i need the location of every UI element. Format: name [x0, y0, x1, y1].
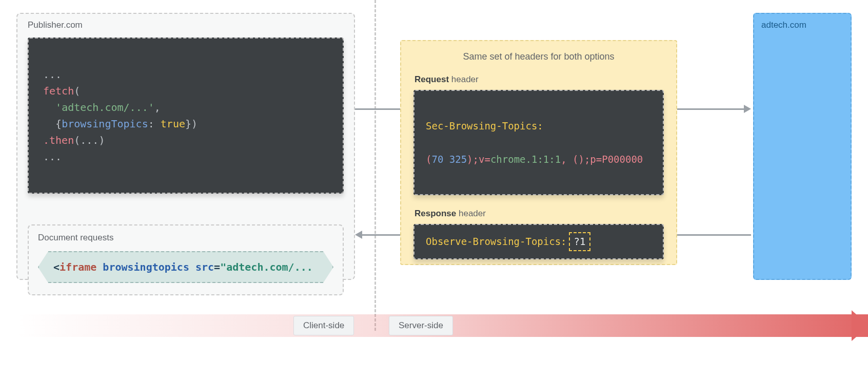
response-header-value: ?1: [569, 232, 591, 251]
doc-attr1: browsingtopics: [103, 261, 195, 273]
headers-panel-title: Same set of headers for both options: [413, 51, 664, 62]
publisher-panel: Publisher.com ... fetch( 'adtech.com/...…: [16, 13, 355, 280]
adtech-label: adtech.com: [761, 20, 843, 30]
doc-attr2: src: [195, 261, 214, 273]
response-header-name: Observe-Browsing-Topics:: [426, 236, 567, 247]
arrow-response-right: [677, 234, 751, 236]
document-requests-label: Document requests: [38, 233, 333, 243]
arrow-response-head-icon: [355, 231, 362, 239]
req-pnum: P000000: [602, 154, 643, 165]
request-header-box: Sec-Browsing-Topics: (70 325);v=chrome.1…: [413, 90, 664, 195]
code-then-args: (...): [74, 134, 105, 146]
arrow-response-left: [362, 234, 400, 236]
req-n2: 325: [449, 154, 467, 165]
arrow-request-left: [355, 108, 400, 110]
req-chrome: chrome.1:1:1: [490, 154, 561, 165]
code-fetch: fetch: [43, 85, 74, 97]
req-n1: 70: [431, 154, 449, 165]
client-server-divider: [374, 0, 376, 331]
doc-lt: <: [53, 261, 60, 273]
adtech-panel: adtech.com: [753, 13, 852, 280]
req-p2: );v=: [467, 154, 490, 165]
request-header-label: Request header: [415, 74, 664, 85]
client-side-label: Client-side: [293, 316, 354, 335]
code-brace-close: }): [185, 118, 198, 130]
request-header-name: Sec-Browsing-Topics:: [426, 120, 543, 131]
arrow-request-head-icon: [744, 105, 751, 113]
publisher-label: Publisher.com: [28, 20, 344, 30]
fetch-code-block: ... fetch( 'adtech.com/...', {browsingTo…: [28, 37, 344, 194]
req-p3: , ();p=: [561, 154, 602, 165]
code-opt-val: true: [161, 118, 185, 130]
response-header-label: Response header: [415, 209, 664, 219]
code-ellipsis-2: ...: [43, 150, 62, 163]
code-url: 'adtech.com/...': [55, 101, 154, 114]
arrow-request-right: [677, 108, 744, 110]
server-side-label: Server-side: [389, 316, 453, 335]
headers-panel: Same set of headers for both options Req…: [400, 40, 677, 265]
code-opt-key: browsingTopics: [62, 118, 148, 130]
req-p1: (: [426, 154, 431, 165]
doc-eq: =: [214, 261, 220, 273]
client-server-gradient: Client-side Server-side: [16, 314, 868, 337]
iframe-code: <iframe browsingtopics src="adtech.com/.…: [38, 251, 333, 283]
response-header-box: Observe-Browsing-Topics:?1: [413, 224, 664, 259]
code-comma: ,: [154, 101, 161, 114]
code-brace-open: {: [43, 118, 62, 130]
code-colon: :: [148, 118, 161, 130]
doc-tag: iframe: [60, 261, 103, 273]
code-then: .then: [43, 134, 74, 146]
code-paren-open: (: [74, 85, 80, 97]
code-ellipsis: ...: [43, 68, 62, 81]
iframe-tag-hex: <iframe browsingtopics src="adtech.com/.…: [38, 251, 333, 283]
doc-val: "adtech.com/...: [220, 261, 313, 273]
document-requests-panel: Document requests <iframe browsingtopics…: [28, 224, 344, 295]
